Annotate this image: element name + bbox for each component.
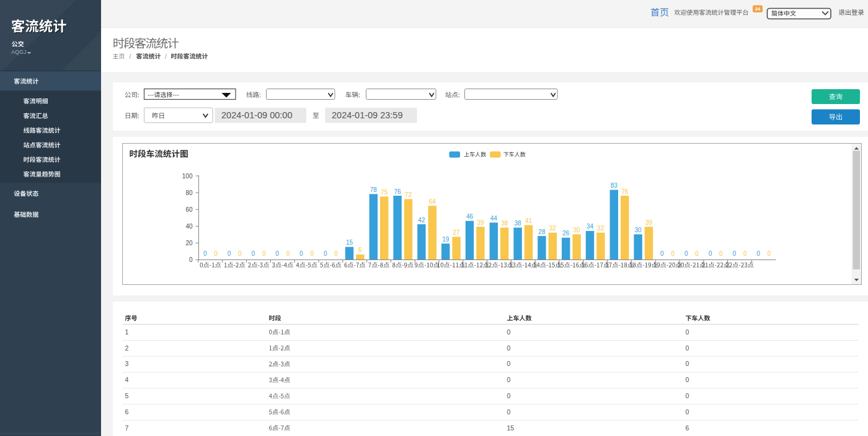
svg-text:0: 0 xyxy=(686,360,689,367)
svg-text:15: 15 xyxy=(507,424,515,432)
svg-text:0: 0 xyxy=(756,250,760,257)
svg-text:/: / xyxy=(130,53,131,60)
svg-text:20: 20 xyxy=(185,240,193,246)
svg-text:0: 0 xyxy=(743,250,747,257)
svg-text:0: 0 xyxy=(507,328,511,336)
svg-text:39: 39 xyxy=(645,219,653,226)
svg-text:76: 76 xyxy=(394,188,402,195)
svg-text:32: 32 xyxy=(549,225,557,232)
svg-text:7: 7 xyxy=(125,424,129,432)
svg-text:0: 0 xyxy=(686,344,689,352)
svg-text:0: 0 xyxy=(252,250,255,257)
svg-text:0: 0 xyxy=(275,250,279,257)
svg-text:0: 0 xyxy=(719,250,723,257)
svg-text:38: 38 xyxy=(501,220,508,227)
svg-text:26: 26 xyxy=(562,230,570,237)
svg-text:80: 80 xyxy=(185,190,193,196)
svg-text:72: 72 xyxy=(405,191,412,198)
svg-text:0: 0 xyxy=(228,250,231,257)
svg-text:/: / xyxy=(165,53,167,60)
svg-text:0: 0 xyxy=(768,250,771,257)
svg-text:32: 32 xyxy=(597,225,604,232)
svg-text:0: 0 xyxy=(686,328,689,336)
svg-text:39: 39 xyxy=(477,219,484,226)
svg-text:0: 0 xyxy=(733,250,737,257)
svg-text:5: 5 xyxy=(125,392,129,399)
svg-text:34: 34 xyxy=(587,223,594,230)
svg-text:0: 0 xyxy=(684,250,688,257)
svg-text:AQGJ: AQGJ xyxy=(11,49,27,55)
svg-text:1: 1 xyxy=(125,328,129,336)
svg-text:0: 0 xyxy=(686,376,689,383)
svg-text:15: 15 xyxy=(346,239,353,246)
svg-text:0: 0 xyxy=(238,250,242,257)
svg-text:6: 6 xyxy=(358,246,362,253)
svg-text:44: 44 xyxy=(490,215,498,222)
svg-text:76: 76 xyxy=(621,188,629,195)
svg-text:60: 60 xyxy=(185,206,193,213)
svg-text:27: 27 xyxy=(453,229,461,236)
svg-text:0: 0 xyxy=(214,250,218,257)
svg-text:75: 75 xyxy=(381,189,388,196)
svg-text:40: 40 xyxy=(185,223,193,230)
svg-text:6: 6 xyxy=(125,408,129,416)
svg-text:6: 6 xyxy=(686,424,689,432)
svg-text:42: 42 xyxy=(418,217,425,224)
svg-text:78: 78 xyxy=(370,186,378,193)
svg-text:0: 0 xyxy=(203,250,207,257)
svg-text:0: 0 xyxy=(507,408,511,416)
svg-text:2024-01-09 00:00: 2024-01-09 00:00 xyxy=(221,110,293,120)
svg-text:38: 38 xyxy=(515,220,522,227)
svg-text:4: 4 xyxy=(125,376,129,383)
svg-text:0: 0 xyxy=(695,250,699,257)
svg-text:30: 30 xyxy=(574,227,581,233)
svg-text:0: 0 xyxy=(507,344,511,352)
svg-text:0: 0 xyxy=(311,250,314,257)
svg-text:100: 100 xyxy=(182,173,193,180)
svg-text:0: 0 xyxy=(262,250,266,257)
svg-text:0: 0 xyxy=(334,250,338,257)
svg-text:41: 41 xyxy=(525,217,533,224)
svg-text:34: 34 xyxy=(755,6,761,12)
svg-text:0: 0 xyxy=(507,376,511,383)
svg-text:0: 0 xyxy=(507,392,511,399)
svg-text:46: 46 xyxy=(466,213,474,220)
svg-text:0: 0 xyxy=(671,250,675,257)
svg-text:30: 30 xyxy=(635,227,642,233)
svg-text:0: 0 xyxy=(660,250,664,257)
svg-text:0: 0 xyxy=(286,250,290,257)
svg-text:0: 0 xyxy=(299,250,303,257)
svg-text:0: 0 xyxy=(507,360,511,367)
svg-text:0: 0 xyxy=(189,256,193,263)
svg-text:0: 0 xyxy=(686,392,689,399)
svg-text:0: 0 xyxy=(709,250,712,257)
svg-text:3: 3 xyxy=(125,360,129,367)
svg-text:0: 0 xyxy=(686,408,689,416)
svg-text:2024-01-09 23:59: 2024-01-09 23:59 xyxy=(332,110,403,120)
svg-text:0: 0 xyxy=(324,250,327,257)
svg-text:28: 28 xyxy=(538,229,546,235)
svg-text:83: 83 xyxy=(611,182,618,189)
svg-text:64: 64 xyxy=(429,198,436,205)
svg-text:19: 19 xyxy=(442,236,450,243)
svg-text:2: 2 xyxy=(125,344,129,352)
